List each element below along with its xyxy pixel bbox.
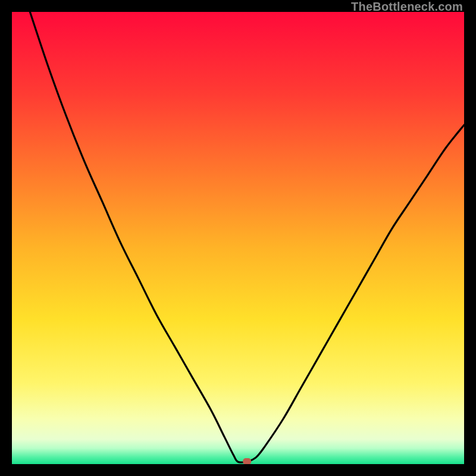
optimum-marker xyxy=(243,458,251,464)
watermark-text: TheBottleneck.com xyxy=(351,0,463,14)
bottleneck-plot xyxy=(12,12,464,464)
chart-frame: TheBottleneck.com xyxy=(0,0,476,476)
gradient-bg xyxy=(12,12,464,464)
